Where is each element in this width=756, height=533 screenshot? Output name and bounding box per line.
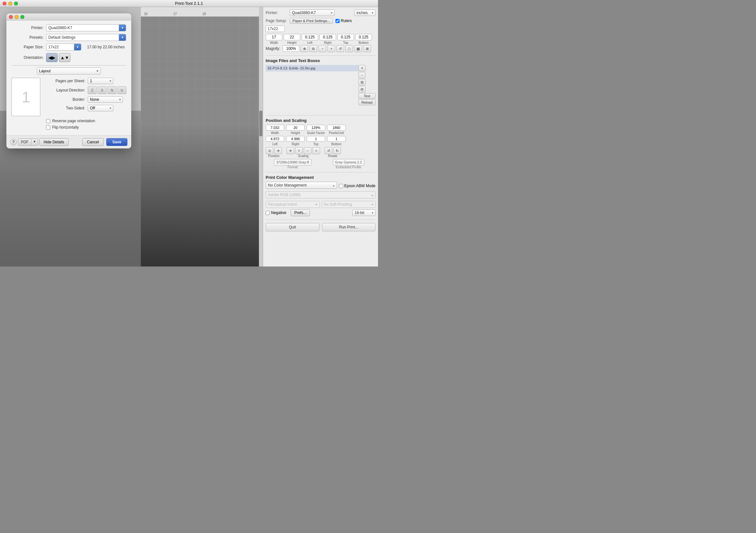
pos-bottom-label: Bottom <box>331 142 341 146</box>
width-input[interactable] <box>266 34 282 40</box>
run-print-button[interactable]: Run Print... <box>322 223 376 231</box>
reload-button[interactable]: Reload <box>359 99 375 105</box>
scale-factor-input[interactable] <box>307 125 325 130</box>
rotate-cw-btn[interactable]: ↻ <box>333 147 341 154</box>
magnify-icon-btn-7[interactable]: ▦ <box>354 45 362 52</box>
magnify-icon-btn-4[interactable]: + <box>327 45 335 52</box>
scrollbar[interactable] <box>259 7 263 267</box>
dialog-min[interactable] <box>15 15 18 19</box>
rp-divider-2 <box>266 115 375 116</box>
dialog-titlebar <box>6 13 131 20</box>
text-button[interactable]: Text <box>359 93 375 99</box>
magnify-icon-btn-1[interactable]: ⊕ <box>301 45 308 52</box>
rp-divider-3 <box>266 172 375 173</box>
orientation-portrait[interactable]: ◀▶ <box>46 53 58 62</box>
pos-move-btn[interactable]: ✛ <box>274 147 282 154</box>
dialog-max[interactable] <box>20 15 24 19</box>
scale-eq-btn[interactable]: = <box>295 147 303 154</box>
pages-per-sheet-select[interactable]: 1 <box>88 78 113 84</box>
window-controls[interactable] <box>3 2 18 6</box>
close-button[interactable] <box>3 2 6 6</box>
rp-printer-select[interactable]: Quad3880-K7 <box>290 10 335 16</box>
intent-select[interactable]: Perceptual Intent <box>266 201 320 208</box>
scale-minus-btn[interactable]: − <box>304 147 311 154</box>
pos-left-input[interactable] <box>266 136 284 142</box>
cancel-button[interactable]: Cancel <box>82 138 104 146</box>
border-label: Border: <box>43 97 85 102</box>
pos-height-input[interactable] <box>286 125 305 130</box>
copy-image-button[interactable]: ⧉ <box>359 79 365 85</box>
layout-dir-1[interactable]: Z <box>88 86 97 94</box>
layout-dir-3[interactable]: N <box>108 86 117 94</box>
pos-width-input[interactable] <box>266 125 284 130</box>
help-button[interactable]: ? <box>10 139 17 145</box>
soft-proofing-select[interactable]: No Soft Proofing <box>322 201 376 208</box>
bit-depth-select[interactable]: 16-bit <box>352 210 375 216</box>
presets-arrow[interactable]: ▼ <box>119 34 126 40</box>
layout-dir-2[interactable]: S <box>97 86 107 94</box>
remove-image-button[interactable]: - <box>359 72 365 78</box>
rulers-checkbox[interactable] <box>336 19 339 23</box>
quit-button[interactable]: Quit <box>266 223 319 231</box>
paper-size-select-wrapper[interactable]: 17x22 ▼ <box>46 43 81 51</box>
layout-dir-4[interactable]: U <box>118 86 126 94</box>
paper-size-select[interactable]: 17x22 <box>46 44 74 50</box>
print-dialog: Printer: Quad3880-K7 ▼ Presets: <box>6 13 131 148</box>
paper-size-arrow[interactable]: ▼ <box>74 44 81 50</box>
pos-right-input[interactable] <box>286 136 305 142</box>
pos-top-input[interactable] <box>307 136 325 142</box>
reverse-orientation-checkbox[interactable] <box>46 119 50 123</box>
magnify-input[interactable] <box>283 45 299 52</box>
epson-abw-checkbox[interactable] <box>339 184 343 188</box>
pdf-button[interactable]: PDF ▼ <box>18 139 38 146</box>
color-profile-select[interactable]: Adobe RGB (1998) <box>266 191 375 199</box>
printer-select-wrapper[interactable]: Quad3880-K7 ▼ <box>46 24 126 31</box>
rp-printer-select-wrap[interactable]: Quad3880-K7 <box>290 10 335 16</box>
negative-checkbox[interactable] <box>266 211 270 215</box>
hide-details-button[interactable]: Hide Details <box>40 138 68 146</box>
scale-move-btn[interactable]: ✛ <box>286 147 294 154</box>
maximize-button[interactable] <box>14 2 18 6</box>
rp-units-select-wrap[interactable]: inches <box>354 10 375 16</box>
pcm-title: Print Color Management <box>266 175 375 180</box>
two-sided-select[interactable]: Off <box>88 105 113 111</box>
no-image-button[interactable]: ⊘ <box>359 86 365 93</box>
magnify-icon-btn-8[interactable]: ⊞ <box>363 45 371 52</box>
pos-bottom-input[interactable] <box>327 136 346 142</box>
pixels-unit-input[interactable] <box>327 125 346 130</box>
prefs-button[interactable]: Prefs... <box>291 209 310 216</box>
minimize-button[interactable] <box>8 2 12 6</box>
rp-units-select[interactable]: inches <box>354 10 375 16</box>
page-setup-button[interactable]: Paper & Print Settings... <box>290 18 333 24</box>
pos-right-label: Right <box>292 142 299 146</box>
right-margin-input[interactable] <box>319 34 336 40</box>
scrollbar-thumb[interactable] <box>259 111 262 136</box>
rotate-ccw-btn[interactable]: ↺ <box>325 147 332 154</box>
magnify-icon-btn-3[interactable]: − <box>318 45 326 52</box>
printer-select[interactable]: Quad3880-K7 <box>46 25 119 31</box>
printer-arrow[interactable]: ▼ <box>119 25 126 31</box>
scale-plus-btn[interactable]: + <box>312 147 320 154</box>
height-input[interactable] <box>284 34 300 40</box>
pos-center-btn[interactable]: ⊙ <box>266 147 273 154</box>
dialog-close[interactable] <box>9 15 13 19</box>
magnify-icon-btn-5[interactable]: ↺ <box>337 45 344 52</box>
pdf-arrow-icon[interactable]: ▼ <box>31 139 38 145</box>
bottom-margin-input[interactable] <box>355 34 372 40</box>
magnify-icon-btn-2[interactable]: ⧉ <box>310 45 317 52</box>
left-margin-input[interactable] <box>302 34 318 40</box>
presets-select-wrapper[interactable]: Default Settings ▼ <box>46 34 126 41</box>
layout-dropdown[interactable]: Layout <box>37 67 101 74</box>
presets-select[interactable]: Default Settings <box>46 34 119 40</box>
rp-pagesetup-label: Page Setup: <box>266 18 290 23</box>
rp-paper-size-input[interactable] <box>266 26 285 32</box>
orientation-landscape[interactable]: ▲▼ <box>59 53 70 62</box>
top-margin-input[interactable] <box>338 34 354 40</box>
image-file-row-1[interactable]: 92-P14-8.13- Exhib- 15.5in.jpg <box>266 65 359 72</box>
save-button[interactable]: Save <box>106 138 127 146</box>
border-select[interactable]: None <box>88 96 123 103</box>
color-mgmt-select[interactable]: No Color Management <box>266 182 337 189</box>
flip-horizontal-checkbox[interactable] <box>46 125 50 130</box>
magnify-icon-btn-6[interactable]: □ <box>345 45 353 52</box>
add-image-button[interactable]: + <box>359 65 365 71</box>
